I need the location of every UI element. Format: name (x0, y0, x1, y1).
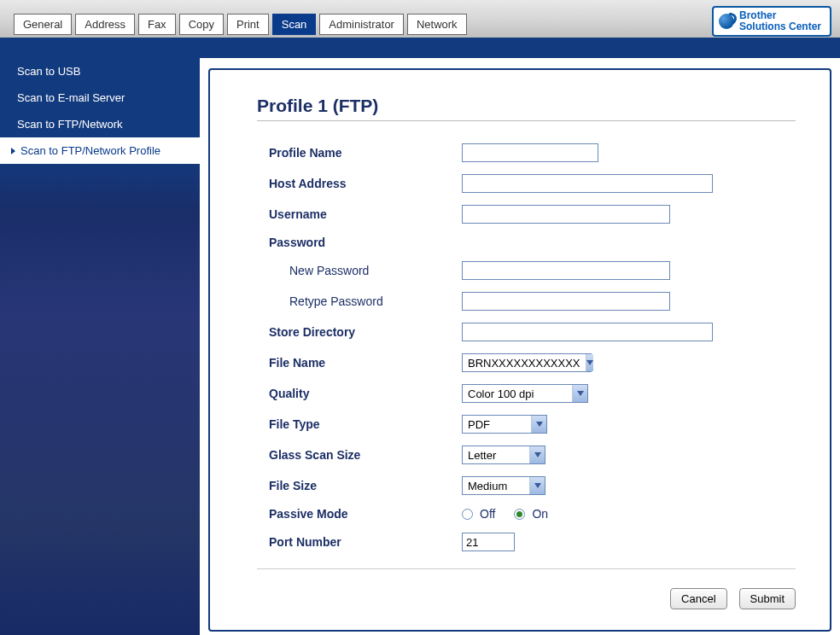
select-value: PDF (463, 418, 531, 431)
label-retype-password: Retype Password (257, 294, 462, 308)
label-passive-mode: Passive Mode (257, 507, 462, 521)
top-tab-bar: General Address Fax Copy Print Scan Admi… (0, 0, 840, 38)
tab-copy[interactable]: Copy (179, 14, 224, 35)
label-port-number: Port Number (257, 535, 462, 549)
input-username[interactable] (462, 205, 670, 224)
profile-form: Profile Name Host Address Username Passw… (257, 143, 796, 609)
chevron-down-icon (531, 416, 546, 433)
sidebar-item-scan-usb[interactable]: Scan to USB (0, 58, 200, 84)
label-host-address: Host Address (257, 177, 462, 190)
sidebar-item-scan-email[interactable]: Scan to E-mail Server (0, 84, 200, 111)
tab-fax[interactable]: Fax (138, 14, 176, 35)
chevron-down-icon (529, 446, 545, 463)
chevron-down-icon (529, 477, 545, 494)
header-bluebar (0, 38, 840, 58)
input-store-directory[interactable] (462, 323, 713, 341)
select-file-name[interactable]: BRNXXXXXXXXXXXX (462, 353, 592, 372)
chevron-down-icon (572, 385, 587, 402)
label-file-type: File Type (257, 417, 462, 431)
select-file-type[interactable]: PDF (462, 415, 547, 434)
select-quality[interactable]: Color 100 dpi (462, 384, 588, 403)
input-port-number[interactable] (462, 533, 515, 551)
label-file-name: File Name (257, 356, 462, 370)
input-profile-name[interactable] (462, 143, 598, 162)
label-glass-scan-size: Glass Scan Size (257, 448, 462, 462)
label-profile-name: Profile Name (257, 146, 462, 160)
tab-general[interactable]: General (14, 14, 72, 35)
tab-administrator[interactable]: Administrator (319, 14, 404, 35)
tab-network[interactable]: Network (407, 14, 467, 35)
select-value: Letter (463, 449, 529, 462)
sidebar: Scan to USB Scan to E-mail Server Scan t… (0, 58, 200, 635)
radio-passive-off[interactable] (462, 509, 473, 520)
tab-address[interactable]: Address (75, 14, 135, 35)
label-quality: Quality (257, 387, 462, 400)
radio-passive-on[interactable] (514, 509, 525, 520)
sidebar-item-scan-ftp-network-profile[interactable]: Scan to FTP/Network Profile (0, 137, 200, 164)
select-value: Medium (463, 480, 529, 492)
solutions-center-link[interactable]: Brother Solutions Center (712, 6, 831, 37)
settings-panel: Profile 1 (FTP) Profile Name Host Addres… (208, 68, 831, 632)
tab-scan[interactable]: Scan (272, 14, 317, 35)
label-store-directory: Store Directory (257, 325, 462, 339)
select-value: BRNXXXXXXXXXXXX (463, 357, 586, 370)
label-username: Username (257, 207, 462, 221)
radio-label-on: On (532, 507, 548, 521)
submit-button[interactable]: Submit (739, 588, 796, 609)
label-file-size: File Size (257, 479, 462, 492)
chevron-down-icon (586, 354, 593, 371)
radio-label-off: Off (480, 507, 495, 521)
form-footer: Cancel Submit (257, 568, 796, 609)
tab-print[interactable]: Print (227, 14, 269, 35)
select-glass-scan-size[interactable]: Letter (462, 446, 545, 464)
content-area: Profile 1 (FTP) Profile Name Host Addres… (200, 58, 840, 635)
select-value: Color 100 dpi (463, 387, 572, 400)
input-retype-password[interactable] (462, 292, 670, 311)
caret-right-icon (11, 148, 15, 154)
page-title: Profile 1 (FTP) (257, 96, 796, 121)
sidebar-item-label: Scan to FTP/Network Profile (20, 144, 160, 157)
cancel-button[interactable]: Cancel (670, 588, 726, 609)
label-password-section: Password (257, 236, 796, 249)
sidebar-item-scan-ftp-network[interactable]: Scan to FTP/Network (0, 111, 200, 137)
select-file-size[interactable]: Medium (462, 476, 545, 495)
label-new-password: New Password (257, 264, 462, 277)
input-host-address[interactable] (462, 174, 713, 193)
solutions-center-label: Brother Solutions Center (739, 10, 821, 32)
input-new-password[interactable] (462, 261, 670, 280)
brother-logo-icon (719, 14, 734, 29)
